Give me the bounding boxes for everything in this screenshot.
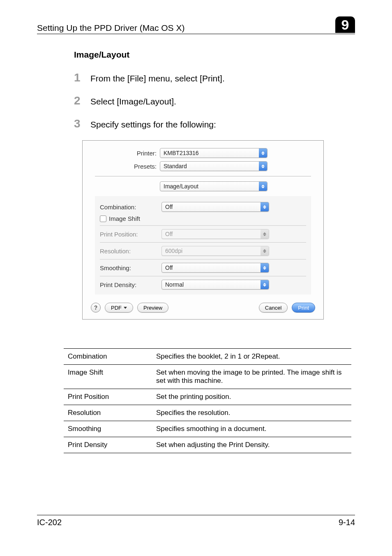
- table-row: Print Density Set when adjusting the Pri…: [64, 437, 351, 453]
- step-number: 3: [74, 117, 90, 130]
- param-desc: Set when adjusting the Print Density.: [152, 437, 351, 453]
- section-title: Image/Layout: [74, 50, 355, 60]
- smoothing-label: Smoothing:: [100, 264, 161, 271]
- print-density-select[interactable]: Normal: [161, 280, 269, 290]
- dropdown-arrows-icon: [259, 182, 267, 191]
- param-name: Smoothing: [64, 421, 152, 437]
- step-text: Specify settings for the following:: [90, 120, 216, 130]
- resolution-label: Resolution:: [100, 248, 161, 255]
- resolution-value: 600dpi: [162, 248, 261, 254]
- page-header: Setting Up the PPD Driver (Mac OS X) 9: [37, 16, 355, 34]
- dropdown-arrows-icon: [261, 246, 269, 255]
- footer-left: IC-202: [37, 518, 62, 527]
- printer-select[interactable]: KMBT213316: [160, 148, 267, 158]
- cancel-label: Cancel: [265, 305, 281, 311]
- dropdown-arrows-icon: [259, 162, 267, 171]
- table-row: Image Shift Set when moving the image to…: [64, 365, 351, 389]
- param-name: Print Density: [64, 437, 152, 453]
- pdf-button[interactable]: PDF: [105, 303, 133, 313]
- print-dialog: Printer: KMBT213316 Presets: Standard Im…: [82, 140, 324, 320]
- footer-right: 9-14: [339, 518, 355, 527]
- printer-value: KMBT213316: [160, 150, 259, 156]
- param-name: Image Shift: [64, 365, 152, 389]
- presets-select[interactable]: Standard: [160, 161, 267, 171]
- step-3: 3 Specify settings for the following:: [74, 117, 355, 130]
- step-2: 2 Select [Image/Layout].: [74, 94, 355, 107]
- table-row: Smoothing Specifies smoothing in a docum…: [64, 421, 351, 437]
- preview-button[interactable]: Preview: [137, 303, 168, 313]
- chapter-badge: 9: [335, 16, 355, 33]
- table-row: Resolution Specifies the resolution.: [64, 405, 351, 421]
- print-density-value: Normal: [162, 281, 261, 288]
- print-button[interactable]: Print: [292, 303, 315, 313]
- param-name: Resolution: [64, 405, 152, 421]
- param-desc: Specifies the resolution.: [152, 405, 351, 421]
- presets-label: Presets:: [95, 163, 160, 170]
- print-position-label: Print Position:: [100, 231, 161, 238]
- smoothing-value: Off: [162, 264, 261, 271]
- image-shift-label: Image Shift: [109, 215, 140, 222]
- dropdown-arrows-icon: [261, 263, 269, 272]
- param-desc: Set the printing position.: [152, 389, 351, 405]
- step-1: 1 From the [File] menu, select [Print].: [74, 71, 355, 84]
- print-label: Print: [298, 305, 309, 311]
- step-text: From the [File] menu, select [Print].: [90, 74, 225, 83]
- dialog-footer: ? PDF Preview Cancel Print: [83, 296, 323, 313]
- pdf-label: PDF: [111, 305, 122, 311]
- printer-label: Printer:: [95, 150, 160, 157]
- combination-select[interactable]: Off: [161, 202, 269, 212]
- parameters-table: Combination Specifies the booklet, 2 in …: [64, 348, 351, 453]
- preview-label: Preview: [143, 305, 162, 311]
- param-desc: Specifies smoothing in a document.: [152, 421, 351, 437]
- header-title: Setting Up the PPD Driver (Mac OS X): [37, 23, 184, 33]
- panel-select[interactable]: Image/Layout: [160, 181, 267, 191]
- print-density-label: Print Density:: [100, 281, 161, 288]
- resolution-select: 600dpi: [161, 246, 269, 256]
- table-row: Combination Specifies the booklet, 2 in …: [64, 349, 351, 365]
- image-layout-group: Combination: Off Image Shift Print Posit…: [95, 196, 311, 294]
- print-position-value: Off: [162, 231, 261, 237]
- smoothing-select[interactable]: Off: [161, 263, 269, 273]
- page-footer: IC-202 9-14: [37, 515, 355, 527]
- print-position-select: Off: [161, 229, 269, 239]
- dropdown-arrows-icon: [261, 280, 269, 289]
- param-desc: Set when moving the image to be printed.…: [152, 365, 351, 389]
- param-name: Combination: [64, 349, 152, 365]
- help-button[interactable]: ?: [91, 303, 101, 313]
- table-row: Print Position Set the printing position…: [64, 389, 351, 405]
- step-number: 1: [74, 71, 90, 84]
- param-desc: Specifies the booklet, 2 in 1 or 2Repeat…: [152, 349, 351, 365]
- step-number: 2: [74, 94, 90, 107]
- combination-value: Off: [162, 204, 261, 210]
- dropdown-arrows-icon: [261, 202, 269, 211]
- param-name: Print Position: [64, 389, 152, 405]
- combination-label: Combination:: [100, 204, 161, 211]
- dropdown-arrows-icon: [261, 229, 269, 239]
- presets-value: Standard: [160, 163, 259, 169]
- image-shift-checkbox[interactable]: [100, 215, 106, 222]
- cancel-button[interactable]: Cancel: [259, 303, 288, 313]
- dropdown-arrows-icon: [259, 148, 267, 158]
- step-text: Select [Image/Layout].: [90, 97, 176, 107]
- panel-value: Image/Layout: [160, 183, 259, 190]
